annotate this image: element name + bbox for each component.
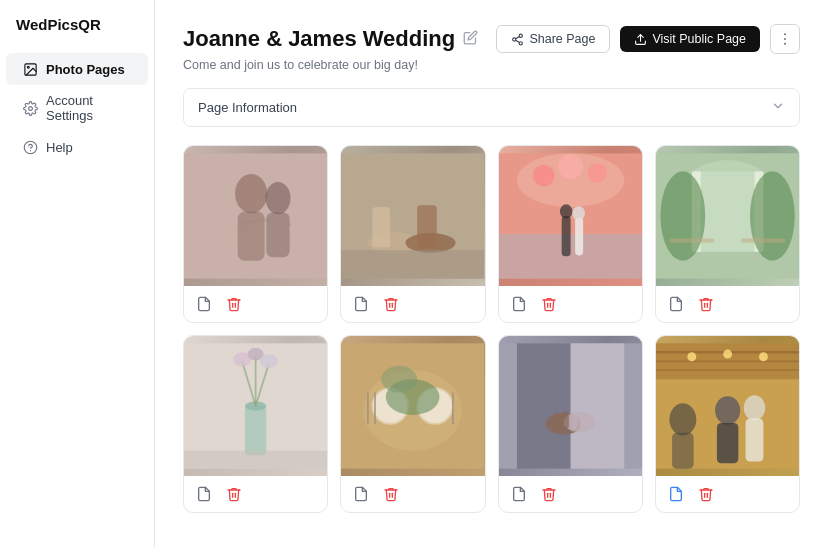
svg-rect-76 <box>672 433 693 469</box>
photo-image <box>184 146 327 286</box>
svg-point-30 <box>587 163 607 183</box>
photo-actions <box>656 286 799 322</box>
help-circle-icon <box>22 139 38 155</box>
visit-public-page-button[interactable]: Visit Public Page <box>620 26 760 52</box>
photo-image <box>499 336 642 476</box>
photo-delete-button[interactable] <box>539 484 559 504</box>
svg-rect-42 <box>741 238 786 242</box>
svg-rect-21 <box>373 207 391 247</box>
svg-point-15 <box>235 174 267 213</box>
svg-line-8 <box>516 40 520 42</box>
svg-rect-63 <box>516 343 570 468</box>
photo-card <box>340 335 485 513</box>
accordion-label: Page Information <box>198 100 297 115</box>
svg-rect-70 <box>579 413 586 429</box>
photo-actions <box>341 476 484 512</box>
svg-point-75 <box>669 403 696 435</box>
svg-point-40 <box>750 171 795 261</box>
photo-file-button[interactable] <box>194 294 214 314</box>
app-logo: WedPicsQR <box>0 16 154 53</box>
svg-rect-16 <box>238 212 265 261</box>
svg-rect-24 <box>341 250 484 279</box>
svg-point-13 <box>784 43 786 45</box>
photo-card <box>498 145 643 323</box>
accordion-header[interactable]: Page Information <box>184 89 799 126</box>
photo-card <box>183 335 328 513</box>
photo-file-button[interactable] <box>666 484 686 504</box>
photo-delete-button[interactable] <box>696 294 716 314</box>
photo-file-button[interactable] <box>509 294 529 314</box>
photo-card <box>655 335 800 513</box>
photo-image <box>184 336 327 476</box>
photo-grid <box>183 145 800 513</box>
photo-image <box>656 336 799 476</box>
svg-point-17 <box>265 182 290 214</box>
sidebar-item-help[interactable]: Help <box>6 131 148 163</box>
svg-rect-68 <box>561 411 568 429</box>
svg-rect-69 <box>570 412 577 429</box>
photo-card <box>183 145 328 323</box>
header-actions: Share Page Visit Public Page <box>496 24 800 54</box>
svg-point-29 <box>558 154 583 179</box>
svg-point-28 <box>533 165 554 186</box>
svg-point-58 <box>382 366 418 393</box>
svg-rect-33 <box>575 218 583 256</box>
sidebar-item-label: Help <box>46 140 73 155</box>
main-content: Joanne & James Wedding Share Page Visit … <box>155 0 828 547</box>
svg-rect-67 <box>552 413 559 429</box>
photo-file-button[interactable] <box>194 484 214 504</box>
svg-point-79 <box>743 395 764 420</box>
photo-actions <box>499 286 642 322</box>
more-options-button[interactable] <box>770 24 800 54</box>
svg-rect-78 <box>717 423 738 463</box>
chevron-down-icon <box>771 99 785 116</box>
photo-delete-button[interactable] <box>381 294 401 314</box>
photo-actions <box>184 476 327 512</box>
photo-file-button[interactable] <box>351 484 371 504</box>
photo-delete-button[interactable] <box>224 294 244 314</box>
photo-image <box>341 146 484 286</box>
svg-rect-44 <box>245 406 266 455</box>
visit-button-label: Visit Public Page <box>652 32 746 46</box>
photo-delete-button[interactable] <box>224 484 244 504</box>
share-page-button[interactable]: Share Page <box>496 25 610 53</box>
svg-point-81 <box>687 352 696 361</box>
photo-actions <box>656 476 799 512</box>
photo-actions <box>184 286 327 322</box>
svg-rect-52 <box>184 451 327 469</box>
photo-image <box>656 146 799 286</box>
svg-point-3 <box>24 141 37 154</box>
svg-point-11 <box>784 33 786 35</box>
gear-icon <box>22 100 38 116</box>
svg-point-1 <box>27 66 29 68</box>
photo-card <box>655 145 800 323</box>
svg-rect-18 <box>266 212 289 257</box>
photo-actions <box>341 286 484 322</box>
photo-delete-button[interactable] <box>696 484 716 504</box>
svg-point-83 <box>759 352 768 361</box>
svg-point-32 <box>559 204 572 218</box>
sidebar-item-account-settings[interactable]: Account Settings <box>6 85 148 131</box>
sidebar-item-photo-pages[interactable]: Photo Pages <box>6 53 148 85</box>
photo-file-button[interactable] <box>666 294 686 314</box>
photo-file-button[interactable] <box>509 484 529 504</box>
page-title: Joanne & James Wedding <box>183 26 455 52</box>
svg-rect-23 <box>417 205 437 247</box>
title-row: Joanne & James Wedding <box>183 26 478 52</box>
photo-card <box>498 335 643 513</box>
svg-point-39 <box>660 171 705 261</box>
photo-delete-button[interactable] <box>381 484 401 504</box>
svg-point-51 <box>260 354 278 368</box>
share-button-label: Share Page <box>529 32 595 46</box>
photo-file-button[interactable] <box>351 294 371 314</box>
svg-point-2 <box>28 106 32 110</box>
sidebar-item-label: Photo Pages <box>46 62 125 77</box>
edit-icon[interactable] <box>463 30 478 48</box>
page-header: Joanne & James Wedding Share Page Visit … <box>183 24 800 54</box>
image-icon <box>22 61 38 77</box>
svg-rect-31 <box>561 216 570 256</box>
svg-rect-41 <box>669 238 714 242</box>
photo-image <box>499 146 642 286</box>
photo-actions <box>499 476 642 512</box>
photo-delete-button[interactable] <box>539 294 559 314</box>
